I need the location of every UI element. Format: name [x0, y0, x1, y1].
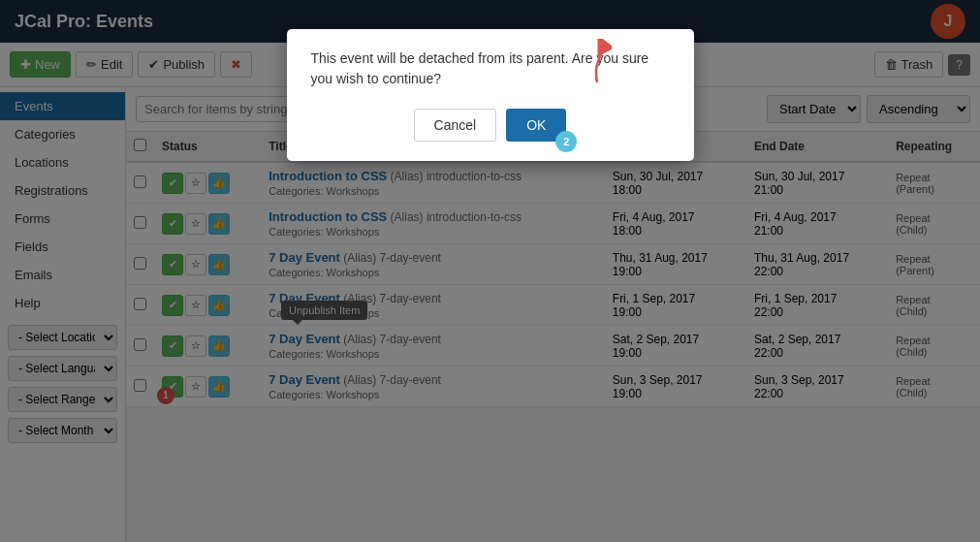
modal-overlay: This event will be detached from its par…: [0, 0, 980, 542]
confirm-modal: This event will be detached from its par…: [287, 29, 694, 161]
modal-ok-button[interactable]: OK 2: [506, 109, 566, 142]
modal-arrow: [553, 39, 612, 87]
badge-2: 2: [555, 131, 577, 152]
modal-cancel-button[interactable]: Cancel: [414, 109, 497, 142]
modal-buttons: Cancel OK 2: [311, 109, 670, 142]
modal-message: This event will be detached from its par…: [311, 48, 670, 89]
